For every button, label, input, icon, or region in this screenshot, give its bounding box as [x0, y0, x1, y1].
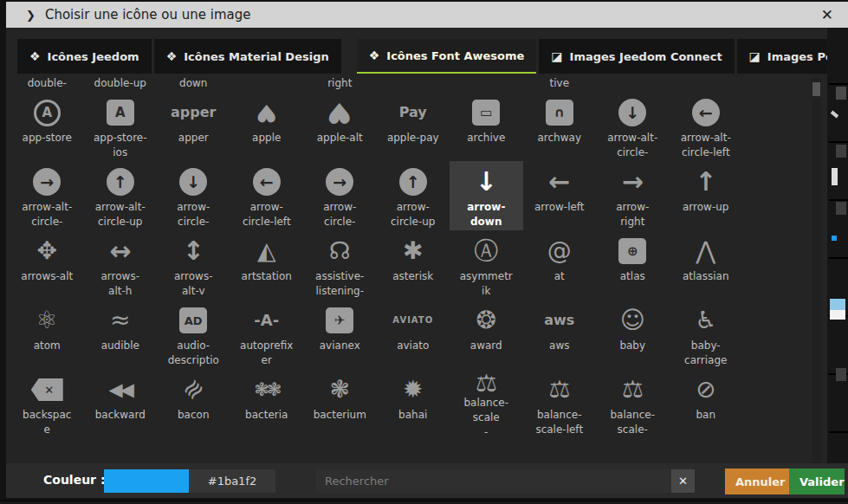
arrow-circle-left-icon: ← — [253, 168, 281, 196]
tab-ic-nes-material-design[interactable]: ❖Icônes Material Design — [154, 39, 341, 74]
icon-cell-ban[interactable]: ⊘ban — [670, 369, 743, 438]
clear-search-icon[interactable]: ✕ — [671, 469, 695, 493]
icon-cell-asterisk[interactable]: ✱asterisk — [377, 230, 450, 300]
tab-label: Icônes Jeedom — [48, 50, 139, 63]
icon-cell-arrow-alt-circle-up[interactable]: ↑arrow-alt-circle-up — [84, 161, 158, 230]
scrollbar-thumb[interactable] — [812, 82, 820, 96]
search-input[interactable] — [316, 469, 671, 493]
icon-cell-apple-alt[interactable]: ♥apple-alt — [303, 92, 377, 161]
background-bottom-strip — [0, 500, 848, 504]
color-hex-input[interactable] — [189, 469, 275, 493]
icon-cell-app-store-ios[interactable]: Aapp-store-ios — [84, 92, 158, 161]
icon-label: asterisk — [392, 269, 433, 284]
balance-scale-right-icon: ⚖ — [622, 378, 644, 402]
icon-label: archive — [467, 131, 505, 145]
icon-cell-app-store[interactable]: Aapp-store — [10, 92, 84, 161]
arrow-circle-up-icon: ↑ — [399, 168, 427, 196]
icon-cell-bacterium[interactable]: ❃bacterium — [303, 369, 377, 438]
icon-cell-arrows-alt-h[interactable]: ↔arrows-alt-h — [84, 230, 158, 300]
icon-cell-backspace[interactable]: ✕backspace — [10, 369, 84, 438]
icon-label: arrow-alt-circle-up — [95, 200, 146, 229]
icon-label: avianex — [320, 339, 360, 353]
asymmetrik-icon: Ⓐ — [474, 239, 498, 263]
icon-cell-arrow-alt-circle-down[interactable]: ↓arrow-alt-circle- — [596, 92, 670, 161]
icons-grid-icon: ❖ — [166, 49, 178, 63]
truncated-label: tive — [523, 76, 597, 91]
icon-label: audible — [101, 339, 139, 353]
icon-cell-arrow-up[interactable]: ↑arrow-up — [670, 161, 743, 230]
icon-cell-autoprefixer[interactable]: -A-autoprefixer — [230, 300, 304, 369]
icon-cell-artstation[interactable]: ◭artstation — [230, 230, 304, 300]
tab-images-jeedom-connect[interactable]: ◪Images Jeedom Connect — [539, 39, 734, 74]
icon-cell-audible[interactable]: ≈audible — [84, 300, 158, 369]
background-fragment — [832, 236, 837, 241]
backspace-icon: ✕ — [31, 378, 63, 401]
tab-ic-nes-jeedom[interactable]: ❖Icônes Jeedom — [17, 39, 152, 74]
icon-cell-bacon[interactable]: ≋bacon — [157, 369, 230, 438]
icon-cell-assistive-listening-systems[interactable]: ☊assistive-listening- — [303, 230, 377, 300]
icon-cell-award[interactable]: ❂award — [450, 300, 523, 369]
color-label: Couleur : — [43, 473, 106, 487]
artstation-icon: ◭ — [257, 239, 276, 263]
icon-label: arrow-circle-left — [243, 200, 291, 229]
icon-cell-arrow-circle-down[interactable]: ↓arrow-circle- — [157, 161, 230, 230]
icon-cell-bacteria[interactable]: ❃❃bacteria — [230, 369, 304, 438]
icon-cell-arrow-alt-circle-left[interactable]: ←arrow-alt-circle-left — [670, 92, 743, 161]
icon-cell-arrows-alt-v[interactable]: ↕arrows-alt-v — [157, 230, 230, 300]
color-swatch[interactable] — [104, 469, 189, 493]
icon-cell-atlas[interactable]: ⊕atlas — [596, 230, 670, 300]
truncated-label: double-up — [84, 76, 158, 91]
background-fragment — [829, 431, 848, 433]
icon-cell-apper[interactable]: apperapper — [157, 92, 230, 161]
icon-cell-arrow-right[interactable]: →arrow-right — [596, 161, 670, 230]
icon-cell-archive[interactable]: ▭archive — [450, 92, 523, 161]
icon-cell-balance-scale-left[interactable]: ⚖balance-scale-left — [523, 369, 597, 438]
icon-cell-arrow-left[interactable]: ←arrow-left — [523, 161, 597, 230]
icon-label: arrow-alt-circle- — [22, 200, 72, 229]
truncated-label: double- — [10, 76, 84, 91]
icon-cell-arrows-alt[interactable]: ✥arrows-alt — [10, 230, 84, 300]
icon-cell-arrow-circle-left[interactable]: ←arrow-circle-left — [230, 161, 304, 230]
icon-cell-asymmetrik[interactable]: Ⓐasymmetrik — [450, 230, 523, 300]
image-icon: ◪ — [551, 49, 562, 63]
confirm-button[interactable]: Valider — [789, 468, 845, 494]
tab-label: Icônes Font Awesome — [386, 49, 524, 62]
icon-cell-baby-carriage[interactable]: ♿baby-carriage — [670, 300, 743, 369]
bacterium-icon: ❃ — [330, 378, 350, 402]
icon-cell-atlassian[interactable]: ⋀atlassian — [670, 230, 743, 300]
icon-cell-aws[interactable]: awsaws — [523, 300, 597, 369]
baby-icon: ☺ — [620, 308, 645, 333]
dialog-title: Choisir une icône ou une image — [45, 7, 251, 23]
background-fragment — [830, 299, 845, 320]
icon-cell-bahai[interactable]: ✹bahai — [377, 369, 450, 438]
icon-cell-arrow-circle-right[interactable]: →arrow-circle- — [303, 161, 377, 230]
icon-cell-aviato[interactable]: AVIATOaviato — [377, 300, 450, 369]
tab-ic-nes-font-awesome[interactable]: ❖Icônes Font Awesome — [357, 39, 537, 74]
icon-cell-atom[interactable]: ⚛atom — [10, 300, 84, 369]
icon-cell-balance-scale[interactable]: ⚖balance-scale- — [450, 369, 523, 438]
background-fragment — [829, 199, 848, 201]
icon-label: arrow-left — [534, 200, 585, 215]
icon-cell-apple-pay[interactable]: Payapple-pay — [377, 92, 450, 161]
icon-cell-baby[interactable]: ☺baby — [596, 300, 670, 369]
truncated-label — [230, 76, 304, 91]
icon-cell-avianex[interactable]: ✈avianex — [303, 300, 377, 369]
icon-label: bacterium — [314, 408, 366, 423]
arrow-left-icon: ← — [548, 169, 570, 195]
icon-cell-audio-description[interactable]: ADaudio-descriptio — [157, 300, 230, 369]
icon-cell-arrow-down[interactable]: ↓arrow-down — [450, 161, 523, 230]
close-icon[interactable]: ✕ — [821, 6, 833, 23]
icon-cell-at[interactable]: @at — [523, 230, 597, 300]
icon-cell-backward[interactable]: ◀◀backward — [84, 369, 158, 438]
icon-cell-apple[interactable]: ♥apple — [230, 92, 304, 161]
cancel-button[interactable]: Annuler — [725, 468, 796, 494]
icon-cell-arrow-alt-circle-right[interactable]: →arrow-alt-circle- — [10, 161, 84, 230]
balance-scale-left-icon: ⚖ — [548, 378, 570, 402]
aws-icon: aws — [544, 313, 574, 327]
aviato-icon: AVIATO — [392, 316, 433, 325]
vertical-scrollbar[interactable] — [812, 78, 821, 463]
icon-cell-archway[interactable]: ∩archway — [523, 92, 597, 161]
icon-label: atlas — [620, 269, 645, 284]
icon-cell-balance-scale-right[interactable]: ⚖balance-scale- — [596, 369, 670, 438]
icon-cell-arrow-circle-up[interactable]: ↑arrow-circle-up — [377, 161, 450, 230]
